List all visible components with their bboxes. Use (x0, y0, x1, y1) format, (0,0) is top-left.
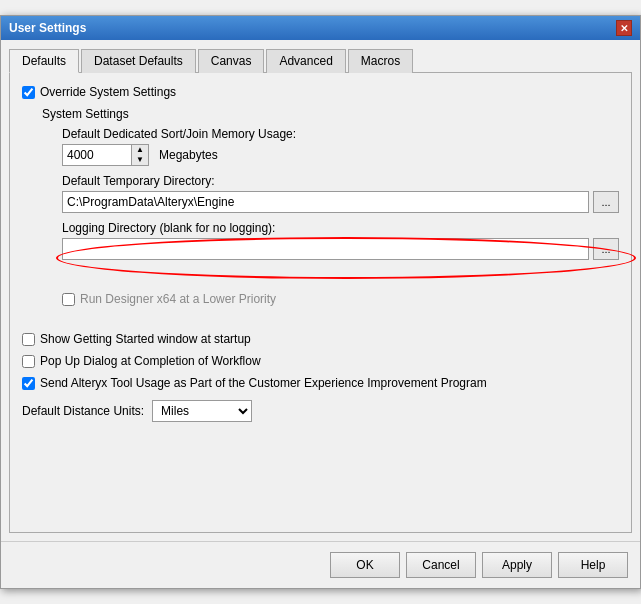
temp-dir-input[interactable] (62, 191, 589, 213)
show-getting-started-label: Show Getting Started window at startup (40, 332, 251, 346)
sort-memory-spin-up[interactable]: ▲ (132, 145, 148, 155)
user-settings-window: User Settings ✕ Defaults Dataset Default… (0, 15, 641, 589)
distance-units-select[interactable]: Miles Kilometers (152, 400, 252, 422)
override-system-settings-checkbox[interactable] (22, 86, 35, 99)
send-alteryx-checkbox[interactable] (22, 377, 35, 390)
override-system-settings-label: Override System Settings (40, 85, 176, 99)
window-title: User Settings (9, 21, 86, 35)
system-settings-section: System Settings Default Dedicated Sort/J… (42, 107, 619, 306)
defaults-tab-content: Override System Settings System Settings… (9, 73, 632, 533)
logging-label: Logging Directory (blank for no logging)… (62, 221, 619, 235)
tab-dataset-defaults[interactable]: Dataset Defaults (81, 49, 196, 73)
temp-dir-row: ... (62, 191, 619, 213)
distance-units-row: Default Distance Units: Miles Kilometers (22, 400, 619, 422)
logging-section: Logging Directory (blank for no logging)… (62, 221, 619, 260)
tab-bar: Defaults Dataset Defaults Canvas Advance… (9, 48, 632, 73)
tab-defaults[interactable]: Defaults (9, 49, 79, 73)
popup-dialog-checkbox[interactable] (22, 355, 35, 368)
run-lower-priority-row: Run Designer x64 at a Lower Priority (62, 292, 619, 306)
sort-memory-spin-down[interactable]: ▼ (132, 155, 148, 165)
send-alteryx-label: Send Alteryx Tool Usage as Part of the C… (40, 376, 487, 390)
logging-input[interactable] (62, 238, 589, 260)
show-getting-started-checkbox[interactable] (22, 333, 35, 346)
title-bar: User Settings ✕ (1, 16, 640, 40)
run-lower-priority-label: Run Designer x64 at a Lower Priority (80, 292, 276, 306)
show-getting-started-row: Show Getting Started window at startup (22, 332, 619, 346)
popup-dialog-row: Pop Up Dialog at Completion of Workflow (22, 354, 619, 368)
temp-dir-label: Default Temporary Directory: (62, 174, 619, 188)
override-system-settings-row: Override System Settings (22, 85, 619, 99)
sort-memory-unit: Megabytes (159, 148, 218, 162)
cancel-button[interactable]: Cancel (406, 552, 476, 578)
content-area: Defaults Dataset Defaults Canvas Advance… (1, 40, 640, 541)
help-button[interactable]: Help (558, 552, 628, 578)
sort-memory-spinbox-container: ▲ ▼ (62, 144, 149, 166)
popup-dialog-label: Pop Up Dialog at Completion of Workflow (40, 354, 261, 368)
tab-macros[interactable]: Macros (348, 49, 413, 73)
tab-advanced[interactable]: Advanced (266, 49, 345, 73)
logging-row: ... (62, 238, 619, 260)
sort-memory-label: Default Dedicated Sort/Join Memory Usage… (62, 127, 619, 141)
bottom-checkboxes-section: Show Getting Started window at startup P… (22, 332, 619, 390)
sort-memory-row: ▲ ▼ Megabytes (62, 144, 619, 166)
logging-browse-button[interactable]: ... (593, 238, 619, 260)
distance-units-label: Default Distance Units: (22, 404, 144, 418)
run-lower-priority-checkbox[interactable] (62, 293, 75, 306)
sort-memory-input[interactable] (62, 144, 132, 166)
system-settings-group-label: System Settings (42, 107, 619, 121)
system-settings-content: Default Dedicated Sort/Join Memory Usage… (62, 127, 619, 306)
send-alteryx-row: Send Alteryx Tool Usage as Part of the C… (22, 376, 619, 390)
ok-button[interactable]: OK (330, 552, 400, 578)
tab-canvas[interactable]: Canvas (198, 49, 265, 73)
sort-memory-spin-buttons: ▲ ▼ (132, 144, 149, 166)
button-bar: OK Cancel Apply Help (1, 541, 640, 588)
apply-button[interactable]: Apply (482, 552, 552, 578)
temp-dir-browse-button[interactable]: ... (593, 191, 619, 213)
close-button[interactable]: ✕ (616, 20, 632, 36)
